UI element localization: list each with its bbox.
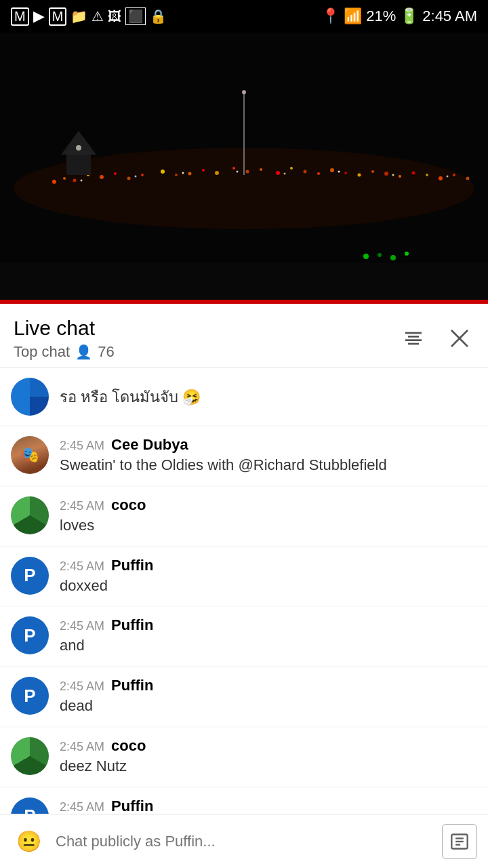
- message-meta: 2:45 AM coco: [60, 737, 477, 755]
- send-icon: [450, 832, 469, 851]
- svg-point-23: [344, 172, 347, 174]
- svg-point-31: [453, 174, 455, 176]
- avatar: [11, 496, 49, 534]
- message-author: Puffin: [111, 677, 153, 694]
- message-content: 2:45 AM Puffin dead: [60, 677, 477, 717]
- status-right-info: 📍 📶 21% 🔋 2:45 AM: [321, 7, 477, 25]
- svg-point-37: [284, 173, 286, 175]
- svg-point-12: [188, 172, 192, 176]
- message-author: Puffin: [111, 557, 153, 574]
- chat-header-right: [399, 323, 474, 353]
- svg-point-11: [175, 174, 178, 176]
- svg-point-28: [412, 172, 415, 175]
- cityscape-svg: [0, 33, 488, 304]
- svg-point-33: [81, 180, 83, 182]
- svg-point-27: [399, 175, 401, 178]
- live-chat-panel: Live chat Top chat 👤 76: [0, 304, 488, 868]
- message-author: Puffin: [111, 616, 153, 634]
- message-text: Sweatin' to the Oldies with @Richard Stu…: [60, 455, 477, 476]
- svg-point-26: [384, 172, 388, 176]
- svg-rect-41: [66, 151, 91, 175]
- message-time: 2:45 AM: [60, 740, 104, 754]
- svg-point-39: [392, 174, 394, 176]
- message-author: coco: [111, 737, 146, 755]
- live-chat-title: Live chat: [14, 316, 115, 340]
- message-content: 2:45 AM coco loves: [60, 496, 477, 536]
- svg-point-6: [100, 175, 104, 179]
- svg-point-49: [405, 252, 409, 256]
- svg-point-17: [260, 168, 262, 171]
- svg-point-36: [237, 171, 239, 173]
- svg-point-43: [76, 145, 81, 151]
- list-item: P 2:45 AM Puffin and: [0, 607, 488, 666]
- svg-point-29: [426, 174, 428, 176]
- message-time: 2:45 AM: [60, 800, 104, 814]
- emoji-icon: 😐: [16, 829, 41, 853]
- folder-icon: 📁: [70, 8, 87, 24]
- message-meta: 2:45 AM Puffin: [60, 557, 477, 574]
- status-time: 2:45 AM: [422, 7, 477, 25]
- svg-point-8: [127, 177, 131, 180]
- message-text: and: [60, 635, 477, 656]
- calendar-icon: ⬛: [125, 7, 146, 25]
- message-text: dead: [60, 696, 477, 717]
- send-button[interactable]: [442, 824, 477, 859]
- message-text: deez Nutz: [60, 756, 477, 777]
- close-button[interactable]: [445, 323, 474, 353]
- message-author: Puffin: [111, 797, 153, 815]
- notification-icon-m2: M: [49, 7, 67, 26]
- svg-point-35: [182, 172, 184, 174]
- svg-point-40: [447, 176, 449, 178]
- svg-point-46: [363, 254, 369, 259]
- chat-header: Live chat Top chat 👤 76: [0, 304, 488, 368]
- svg-point-21: [317, 172, 320, 175]
- location-icon: 📍: [321, 7, 340, 25]
- message-time: 2:45 AM: [60, 619, 104, 633]
- list-item: รอ หรือ โดนมันจับ 🤧: [0, 368, 488, 425]
- svg-point-24: [358, 174, 361, 177]
- message-content: 2:45 AM Puffin and: [60, 616, 477, 656]
- message-text: loves: [60, 515, 477, 536]
- message-time: 2:45 AM: [60, 439, 104, 453]
- message-author: Cee Dubya: [111, 436, 188, 454]
- avatar: P: [11, 677, 49, 715]
- message-text: รอ หรือ โดนมันจับ 🤧: [60, 387, 201, 408]
- chat-header-left: Live chat Top chat 👤 76: [14, 316, 115, 361]
- chat-input[interactable]: [56, 824, 432, 859]
- svg-point-4: [73, 179, 77, 182]
- message-meta: 2:45 AM Puffin: [60, 677, 477, 694]
- list-item: 🎭 2:45 AM Cee Dubya Sweatin' to the Oldi…: [0, 427, 488, 486]
- chat-subtitle: Top chat 👤 76: [14, 343, 115, 361]
- message-time: 2:45 AM: [60, 679, 104, 694]
- avatar: [11, 737, 49, 775]
- message-text: doxxed: [60, 576, 477, 597]
- video-progress-bar: [0, 300, 488, 304]
- list-item: 2:45 AM coco deez Nutz: [0, 728, 488, 787]
- lock-icon: 🔒: [150, 8, 167, 24]
- battery-icon: 🔋: [400, 7, 418, 25]
- svg-point-45: [242, 90, 246, 94]
- avatar: [11, 378, 49, 416]
- svg-rect-50: [0, 263, 488, 304]
- message-author: coco: [111, 496, 146, 514]
- svg-point-30: [439, 176, 443, 180]
- filter-button[interactable]: [399, 323, 428, 353]
- emoji-button[interactable]: 😐: [11, 824, 46, 859]
- avatar: P: [11, 616, 49, 654]
- close-icon: [449, 328, 470, 349]
- list-item: P 2:45 AM Puffin doxxed: [0, 547, 488, 606]
- message-meta: 2:45 AM coco: [60, 496, 477, 514]
- message-meta: 2:45 AM Cee Dubya: [60, 436, 477, 454]
- avatar: P: [11, 557, 49, 595]
- filter-icon: [403, 328, 424, 349]
- message-time: 2:45 AM: [60, 559, 104, 574]
- image-icon: 🖼: [108, 9, 121, 24]
- svg-point-19: [290, 167, 293, 170]
- svg-point-2: [52, 180, 56, 184]
- svg-point-9: [141, 174, 144, 176]
- svg-point-34: [135, 176, 137, 178]
- message-content: 2:45 AM coco deez Nutz: [60, 737, 477, 777]
- svg-point-20: [304, 170, 307, 174]
- svg-point-10: [161, 170, 165, 174]
- video-player[interactable]: [0, 33, 488, 304]
